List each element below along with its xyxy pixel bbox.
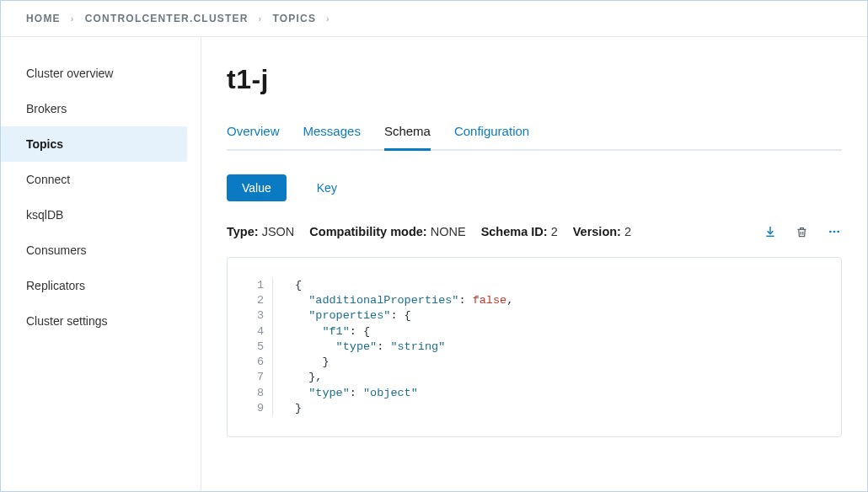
version-label: Version:	[573, 225, 621, 238]
sidebar: Cluster overviewBrokersTopicsConnectksql…	[1, 37, 201, 490]
tab-overview[interactable]: Overview	[227, 124, 280, 151]
sidebar-item-topics[interactable]: Topics	[1, 126, 187, 162]
schema-id-label: Schema ID:	[481, 225, 548, 238]
line-number: 9	[228, 401, 273, 416]
chevron-right-icon: ›	[326, 13, 330, 24]
line-number: 7	[228, 370, 273, 385]
code-line: 6 }	[228, 355, 826, 370]
code-line: 7 },	[228, 370, 826, 385]
page-title: t1-j	[227, 64, 842, 95]
compat-label: Compatibility mode:	[309, 225, 426, 238]
code-content: "f1": {	[273, 324, 370, 340]
code-content: {	[273, 278, 302, 293]
code-content: "additionalProperties": false,	[273, 293, 513, 308]
tab-configuration[interactable]: Configuration	[454, 124, 529, 151]
chevron-right-icon: ›	[259, 13, 263, 24]
sidebar-item-cluster-settings[interactable]: Cluster settings	[1, 303, 201, 339]
trash-icon[interactable]	[796, 226, 808, 238]
code-content: "properties": {	[273, 308, 411, 324]
code-content: "type": "string"	[273, 340, 445, 355]
subtab-value[interactable]: Value	[227, 174, 287, 201]
line-number: 5	[228, 340, 273, 355]
svg-point-0	[829, 231, 832, 233]
line-number: 2	[228, 293, 273, 308]
code-line: 9}	[228, 401, 826, 416]
subtab-key[interactable]: Key	[302, 174, 352, 201]
code-content: "type": "object"	[273, 386, 418, 401]
code-content: }	[273, 355, 330, 370]
line-number: 3	[228, 308, 273, 324]
chevron-right-icon: ›	[71, 13, 75, 24]
code-line: 1{	[228, 278, 826, 293]
compat-value: NONE	[431, 225, 466, 238]
tab-messages[interactable]: Messages	[303, 124, 361, 151]
type-label: Type:	[227, 225, 259, 238]
breadcrumb: HOME › CONTROLCENTER.CLUSTER › TOPICS ›	[1, 1, 867, 37]
code-content: },	[273, 370, 322, 385]
svg-point-1	[833, 231, 836, 233]
line-number: 8	[228, 386, 273, 401]
sidebar-item-cluster-overview[interactable]: Cluster overview	[1, 56, 201, 91]
code-content: }	[273, 401, 302, 416]
sidebar-item-connect[interactable]: Connect	[1, 162, 201, 197]
schema-actions	[764, 225, 842, 238]
code-line: 2 "additionalProperties": false,	[228, 293, 826, 308]
tab-schema[interactable]: Schema	[384, 124, 431, 151]
breadcrumb-item-home[interactable]: HOME	[26, 13, 61, 24]
download-icon[interactable]	[764, 225, 777, 238]
code-line: 4 "f1": {	[228, 324, 826, 340]
schema-meta: Type: JSON Compatibility mode: NONE Sche…	[227, 225, 842, 238]
line-number: 1	[228, 278, 273, 293]
svg-point-2	[837, 231, 839, 233]
line-number: 6	[228, 355, 273, 370]
code-line: 5 "type": "string"	[228, 340, 826, 355]
breadcrumb-item-cluster[interactable]: CONTROLCENTER.CLUSTER	[85, 13, 249, 24]
more-icon[interactable]	[827, 225, 842, 238]
sidebar-item-replicators[interactable]: Replicators	[1, 268, 201, 303]
breadcrumb-item-topics[interactable]: TOPICS	[272, 13, 316, 24]
version-value: 2	[624, 225, 631, 238]
sidebar-item-brokers[interactable]: Brokers	[1, 91, 201, 126]
schema-code-panel: 1{2 "additionalProperties": false,3 "pro…	[227, 257, 842, 437]
main-content: t1-j OverviewMessagesSchemaConfiguration…	[201, 37, 867, 490]
code-line: 8 "type": "object"	[228, 386, 826, 401]
schema-id-value: 2	[551, 225, 558, 238]
sidebar-item-consumers[interactable]: Consumers	[1, 233, 201, 268]
code-line: 3 "properties": {	[228, 308, 826, 324]
schema-subtabs: ValueKey	[227, 174, 842, 201]
type-value: JSON	[262, 225, 295, 238]
sidebar-item-ksqldb[interactable]: ksqlDB	[1, 197, 201, 233]
topic-tabs: OverviewMessagesSchemaConfiguration	[227, 124, 842, 151]
line-number: 4	[228, 324, 273, 340]
